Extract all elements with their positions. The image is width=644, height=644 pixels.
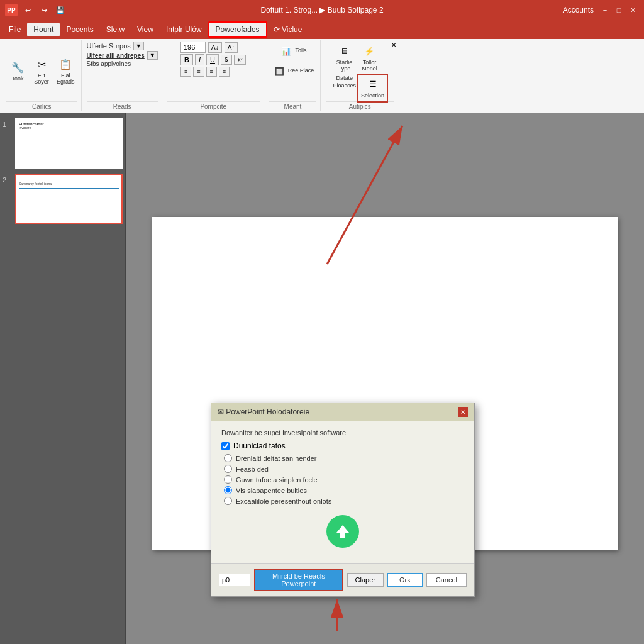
app-icon: PP [5,4,18,16]
superscript-button[interactable]: x² [234,55,247,65]
took-icon: 🔧 [10,60,25,75]
fial-label: FialEgrads [57,73,75,86]
menu-powerautomate[interactable]: Powerofades [208,21,267,38]
font-decrease[interactable]: A↓ [208,42,222,53]
tollor-button[interactable]: ⚡ TollorMenel [358,42,380,74]
dialog-radio-5: Excaalilole peresenthout onlots [221,497,464,505]
ulfeer-dropdown[interactable]: ▼ [147,51,158,60]
dialog-icon-circle [326,515,359,548]
minimize-button[interactable]: − [599,4,611,16]
carlics-group-label: Carlics [6,101,77,110]
redo-button[interactable]: ↪ [38,4,50,16]
dialog-close-button[interactable]: ✕ [458,407,468,417]
slide-content-2: Sammarcy fontell iconal [16,175,121,192]
autipics-buttons: 🖥 StadieType ⚡ TollorMenel Datate Pioacc… [333,42,387,101]
save-button[interactable]: 💾 [54,4,67,16]
dialog-radio-3: Guwn tafoe a sinplen focle [221,475,464,484]
dialog-input[interactable] [219,574,250,586]
ree-icon: 🔲 [272,64,287,79]
reads-buttons: Ulferte Surpos ▼ Ulfeer alll andrepes ▼ … [87,42,158,101]
menu-file[interactable]: File [3,23,27,36]
filt-label: FiltSoyer [34,73,49,86]
ribbon-group-meant: 📊 Tolls 🔲 Ree Place Meant [265,40,321,111]
slide-thumb-1[interactable]: 1 Futmanchidar Invacare [3,118,123,169]
dialog-checkbox-row: Duunlclad tatos [221,441,464,450]
selection-icon: ☰ [365,77,380,92]
title-bar: PP ↩ ↪ 💾 Doftutt 1. Strog... ▶ Buub Sofi… [0,0,644,20]
slide-thumb-2[interactable]: 2 Sammarcy fontell iconal [3,174,123,224]
radio-drenlaiti[interactable] [224,454,232,462]
fial-icon: 📋 [58,57,73,72]
strikethrough-button[interactable]: S̶ [221,55,232,65]
svg-marker-2 [336,525,349,538]
stadie-icon: 🖥 [336,43,352,58]
dialog-radio-1: Drenlaiti deitat san hender [221,454,464,462]
menu-pocents[interactable]: Pocents [60,23,99,36]
meant-buttons: 📊 Tolls 🔲 Ree Place [269,42,317,101]
ribbon-group-carlics: 🔧 Took ✂ FiltSoyer 📋 FialEgrads Carlics [3,40,82,111]
font-increase[interactable]: A↑ [225,42,238,53]
dialog-footer-buttons: Ork Cancel [387,573,467,587]
dialog-body: Dowaniter be supct inversIpoint software… [211,421,474,563]
dialog-checkbox[interactable] [221,442,230,450]
bold-button[interactable]: B [180,54,193,65]
pioacces-label: Pioacces [333,82,356,89]
ok-button[interactable]: Ork [387,573,423,587]
ulferte-dropdown[interactable]: ▼ [133,42,144,50]
ulfeer-label: Ulfeer alll andrepes [87,52,145,59]
menu-slew[interactable]: Sle.w [100,23,131,36]
undo-button[interactable]: ↩ [21,4,34,16]
menu-intplr[interactable]: Intplr Ulów [160,23,208,36]
menu-viclue[interactable]: ⟳ Viclue [267,23,309,36]
ribbon: 🔧 Took ✂ FiltSoyer 📋 FialEgrads Carlics … [0,39,644,113]
window-controls: − □ ✕ [599,4,639,16]
slide-num-2: 2 [3,176,11,184]
primary-action-button[interactable]: Miircld be Reacls Powerpoint [254,569,343,591]
slide-img-2: Sammarcy fontell iconal [15,174,123,224]
font-size-input[interactable] [180,42,206,53]
radio-excal-label: Excaalilole peresenthout onlots [236,497,331,505]
took-button[interactable]: 🔧 Took [6,58,29,84]
close-button[interactable]: ✕ [626,4,639,16]
dialog-icon-area [221,508,464,555]
tolls-button[interactable]: 📊 Tolls [276,42,309,60]
radio-feasb[interactable] [224,465,232,473]
autipics-close[interactable]: ✕ [391,42,396,48]
selection-button[interactable]: ☰ Selection [358,75,387,101]
ribbon-group-pompcite: A↓ A↑ B I U S̶ x² ≡ ≡ ≡ ≡ Pompcite [164,40,264,111]
dialog-radio-4: Vis siapapentee bulties [221,486,464,494]
radio-guwn[interactable] [224,475,232,484]
align-center-button[interactable]: ≡ [193,67,204,77]
ribbon-group-autipics: 🖥 StadieType ⚡ TollorMenel Datate Pioacc… [322,40,397,111]
align-left-button[interactable]: ≡ [180,67,191,77]
fial-button[interactable]: 📋 FialEgrads [54,55,77,87]
restore-button[interactable]: □ [613,4,625,16]
underline-button[interactable]: U [206,54,219,65]
pompcite-group-label: Pompcite [167,101,260,110]
title-bar-left: PP ↩ ↪ 💾 [5,4,67,16]
datate-label: Datate [336,75,353,81]
justify-button[interactable]: ≡ [219,67,230,77]
ree-place-button[interactable]: 🔲 Ree Place [269,62,317,80]
claper-button[interactable]: Claper [347,573,384,587]
filt-icon: ✂ [34,57,49,72]
align-right-button[interactable]: ≡ [206,67,217,77]
filt-button[interactable]: ✂ FiltSoyer [30,55,53,87]
menu-view[interactable]: View [131,23,160,36]
slide-panel: 1 Futmanchidar Invacare 2 Sammarcy fonte… [0,113,126,644]
cancel-button[interactable]: Cancel [426,573,467,587]
dialog-title: ✉ PowerPoint Holodaforeie [218,408,309,416]
radio-excal[interactable] [224,497,232,505]
window-title: Doftutt 1. Strog... ▶ Buub Sofipage 2 [260,6,383,14]
stadie-button[interactable]: 🖥 StadieType [333,42,355,74]
tollor-icon: ⚡ [362,43,377,58]
radio-feasb-label: Feasb ded [236,465,269,473]
font-buttons: A↓ A↑ B I U S̶ x² ≡ ≡ ≡ ≡ [180,42,246,101]
stadie-label: StadieType [336,60,353,72]
ree-label: Ree Place [288,68,314,74]
radio-vis[interactable] [224,486,232,494]
tollor-label: TollorMenel [362,60,377,72]
dialog[interactable]: ✉ PowerPoint Holodaforeie ✕ Dowaniter be… [211,402,475,597]
italic-button[interactable]: I [195,54,204,65]
menu-home[interactable]: Hount [27,23,60,36]
